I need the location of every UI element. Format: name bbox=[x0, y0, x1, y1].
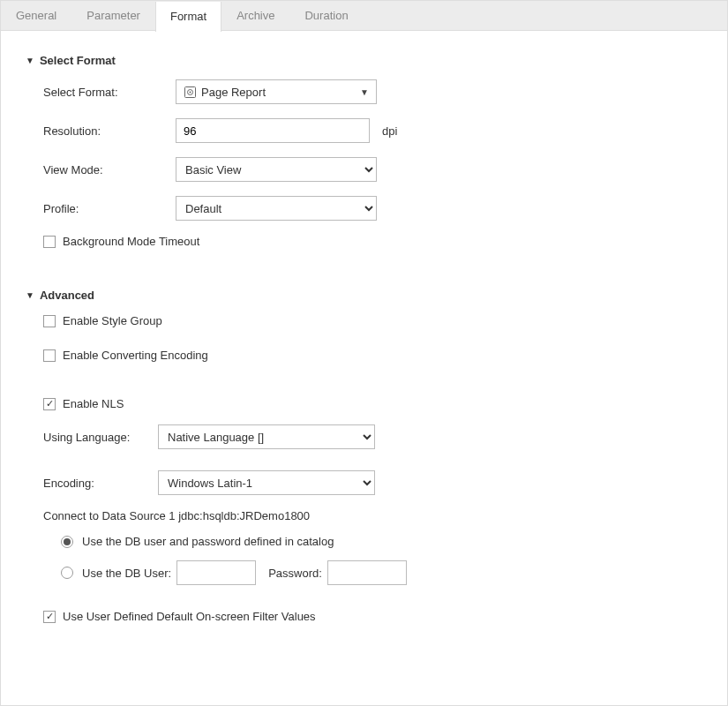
row-profile: Profile: Default bbox=[43, 196, 702, 221]
row-enable-style-group: Enable Style Group bbox=[43, 314, 702, 327]
tab-archive[interactable]: Archive bbox=[221, 1, 289, 30]
chevron-down-icon: ▼ bbox=[360, 87, 369, 97]
label-encoding: Encoding: bbox=[43, 477, 158, 490]
tab-format[interactable]: Format bbox=[155, 2, 221, 32]
label-enable-style-group: Enable Style Group bbox=[63, 314, 162, 327]
checkbox-enable-converting-encoding[interactable] bbox=[43, 349, 56, 362]
section-header-select-format[interactable]: ▼ Select Format bbox=[26, 54, 702, 67]
row-radio-catalog: Use the DB user and password defined in … bbox=[61, 535, 702, 548]
label-use-user-defined-filter: Use User Defined Default On-screen Filte… bbox=[63, 610, 316, 623]
label-radio-catalog: Use the DB user and password defined in … bbox=[82, 535, 334, 548]
page-report-icon bbox=[184, 86, 196, 98]
row-background-timeout: Background Mode Timeout bbox=[43, 235, 702, 248]
select-format-value: Page Report bbox=[201, 86, 360, 99]
collapse-icon: ▼ bbox=[26, 290, 34, 300]
input-db-user[interactable] bbox=[176, 560, 256, 585]
label-enable-converting-encoding: Enable Converting Encoding bbox=[63, 349, 208, 362]
select-encoding[interactable]: Windows Latin-1 bbox=[158, 470, 375, 495]
label-resolution: Resolution: bbox=[43, 124, 176, 138]
label-select-format: Select Format: bbox=[43, 86, 176, 99]
row-enable-nls: Enable NLS bbox=[43, 397, 702, 410]
settings-window: General Parameter Format Archive Duratio… bbox=[0, 0, 728, 706]
label-background-timeout: Background Mode Timeout bbox=[63, 235, 199, 248]
section-title-select-format: Select Format bbox=[40, 54, 116, 67]
input-resolution[interactable] bbox=[176, 118, 370, 143]
label-connect-datasource: Connect to Data Source 1 jdbc:hsqldb:JRD… bbox=[43, 509, 702, 522]
tab-bar: General Parameter Format Archive Duratio… bbox=[1, 1, 727, 31]
select-using-language[interactable]: Native Language [] bbox=[158, 424, 375, 449]
label-using-language: Using Language: bbox=[43, 431, 158, 444]
label-password: Password: bbox=[268, 567, 322, 580]
label-view-mode: View Mode: bbox=[43, 163, 176, 176]
dropdown-select-format[interactable]: Page Report ▼ bbox=[176, 79, 377, 104]
radio-use-dbuser[interactable] bbox=[61, 567, 73, 579]
row-resolution: Resolution: dpi bbox=[43, 118, 702, 143]
svg-point-2 bbox=[189, 91, 191, 93]
row-encoding: Encoding: Windows Latin-1 bbox=[43, 470, 702, 495]
collapse-icon: ▼ bbox=[26, 56, 34, 65]
row-select-format: Select Format: Page Report ▼ bbox=[43, 79, 702, 104]
checkbox-enable-nls[interactable] bbox=[43, 398, 56, 410]
row-view-mode: View Mode: Basic View bbox=[43, 157, 702, 182]
section-header-advanced[interactable]: ▼ Advanced bbox=[26, 289, 702, 302]
label-enable-nls: Enable NLS bbox=[63, 397, 124, 410]
tab-parameter[interactable]: Parameter bbox=[71, 1, 155, 30]
input-password[interactable] bbox=[327, 560, 407, 585]
select-view-mode[interactable]: Basic View bbox=[176, 157, 377, 182]
content-area: ▼ Select Format Select Format: Page Repo… bbox=[1, 31, 727, 655]
select-profile[interactable]: Default bbox=[176, 196, 377, 221]
radio-use-catalog[interactable] bbox=[61, 536, 73, 548]
row-enable-converting-encoding: Enable Converting Encoding bbox=[43, 349, 702, 362]
label-profile: Profile: bbox=[43, 202, 176, 215]
row-using-language: Using Language: Native Language [] bbox=[43, 424, 702, 449]
tab-general[interactable]: General bbox=[1, 1, 71, 30]
label-radio-dbuser: Use the DB User: bbox=[82, 567, 171, 580]
row-use-user-defined-filter: Use User Defined Default On-screen Filte… bbox=[43, 610, 702, 623]
checkbox-background-timeout[interactable] bbox=[43, 236, 56, 248]
tab-duration[interactable]: Duration bbox=[289, 1, 363, 30]
checkbox-use-user-defined-filter[interactable] bbox=[43, 611, 56, 623]
section-title-advanced: Advanced bbox=[40, 289, 94, 302]
label-resolution-unit: dpi bbox=[382, 124, 397, 138]
row-radio-dbuser: Use the DB User: Password: bbox=[61, 560, 702, 585]
checkbox-enable-style-group[interactable] bbox=[43, 315, 56, 327]
